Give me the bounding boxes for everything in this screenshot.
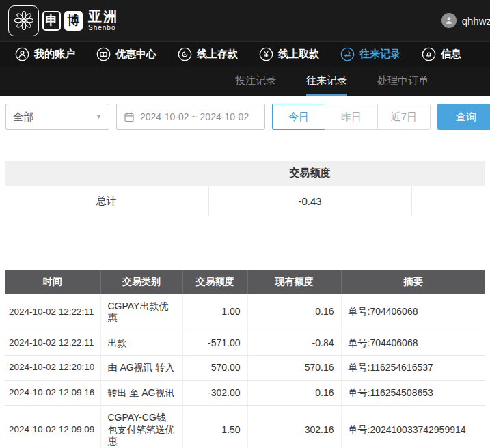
quick-range-group: 今日 昨日 近7日 (272, 104, 431, 130)
table-row: 2024-10-02 12:09:09CGPAY-CG钱包支付笔笔送优惠1.50… (5, 406, 485, 448)
nav-item-my-account[interactable]: 我的账户 (15, 47, 75, 61)
nav-item-deposit[interactable]: 线上存款 (178, 47, 238, 61)
table-cell: -302.00 (182, 380, 247, 406)
table-cell: 302.16 (247, 406, 341, 448)
withdraw-icon (259, 47, 273, 61)
record-tabs: 投注记录 往来记录 处理中订单 (0, 67, 490, 96)
col-header-summary: 摘要 (341, 270, 485, 294)
last7days-button[interactable]: 近7日 (377, 104, 431, 130)
table-cell: 单号:704406068 (341, 294, 485, 331)
table-cell: 570.16 (247, 356, 341, 381)
nav-item-label: 优惠中心 (115, 48, 156, 61)
lotus-logo-icon (8, 5, 39, 36)
table-row: 2024-10-02 12:09:16转出 至 AG视讯-302.000.16单… (5, 380, 485, 406)
user-icon (15, 47, 29, 61)
logo-char-bo: 博 (64, 11, 83, 31)
table-cell: 570.00 (182, 356, 247, 381)
brand-logo[interactable]: 申 博 亚洲 Shenbo (8, 5, 118, 36)
table-cell: 2024-10-02 12:22:11 (5, 331, 100, 356)
table-cell: 单号:202410033742959914 (341, 406, 485, 448)
table-cell: 单号:704406068 (341, 331, 485, 356)
coupon-icon (96, 47, 111, 61)
transactions-tbody: 2024-10-02 12:22:11CGPAY出款优惠1.000.16单号:7… (5, 294, 485, 448)
tab-transaction-records[interactable]: 往来记录 (306, 67, 347, 96)
main-nav: 我的账户 优惠中心 线上存款 线上取款 往来记录 (0, 41, 490, 67)
table-cell: 由 AG视讯 转入 (100, 356, 182, 381)
summary-empty-cell (411, 186, 485, 216)
table-header-row: 时间 交易类别 交易额度 现有额度 摘要 (5, 270, 485, 294)
summary-total-label: 总计 (5, 186, 208, 216)
bell-icon (422, 47, 436, 61)
logo-char-shen: 申 (42, 11, 61, 31)
nav-item-withdraw[interactable]: 线上取款 (259, 47, 319, 61)
tab-betting-records[interactable]: 投注记录 (235, 67, 276, 96)
brand-region: 亚洲 (88, 10, 118, 23)
deposit-icon (178, 47, 192, 61)
table-cell: 2024-10-02 12:09:09 (5, 406, 100, 448)
date-range-picker[interactable]: 2024-10-02 ~ 2024-10-02 (116, 104, 265, 130)
table-row: 2024-10-02 12:22:11出款-571.00-0.84单号:7044… (5, 331, 485, 356)
today-button[interactable]: 今日 (272, 104, 325, 130)
table-cell: 1.50 (182, 406, 247, 448)
calendar-icon (124, 111, 135, 122)
summary-header-amount: 交易额度 (208, 161, 411, 186)
table-cell: 2024-10-02 12:20:10 (5, 356, 100, 381)
top-header: 申 博 亚洲 Shenbo qhhwz (0, 0, 490, 41)
nav-item-promotions[interactable]: 优惠中心 (96, 47, 156, 61)
col-header-amount: 交易额度 (182, 270, 247, 294)
tab-processing-orders[interactable]: 处理中订单 (377, 67, 428, 96)
nav-item-transaction-records[interactable]: 往来记录 (340, 47, 400, 61)
nav-item-messages[interactable]: 信息 (422, 47, 461, 61)
user-account[interactable]: qhhwz (441, 13, 490, 28)
table-cell: 0.16 (247, 380, 341, 406)
table-cell: 转出 至 AG视讯 (100, 380, 182, 406)
table-cell: CGPAY-CG钱包支付笔笔送优惠 (100, 406, 182, 448)
brand-subtitle: Shenbo (88, 25, 118, 31)
query-button[interactable]: 查询 (437, 104, 490, 130)
summary-header-row: 交易额度 (5, 161, 485, 186)
table-cell: 出款 (100, 331, 182, 356)
nav-item-label: 信息 (441, 48, 461, 61)
brand-region-block: 亚洲 Shenbo (88, 10, 118, 31)
table-row: 2024-10-02 12:20:10由 AG视讯 转入570.00570.16… (5, 356, 485, 381)
username: qhhwz (462, 15, 490, 27)
table-cell: CGPAY出款优惠 (100, 294, 182, 331)
type-select-value: 全部 (13, 111, 33, 124)
table-cell: 单号:116254508653 (341, 380, 485, 406)
table-cell: -571.00 (182, 331, 247, 356)
table-cell: -0.84 (247, 331, 341, 356)
table-cell: 1.00 (182, 294, 247, 331)
summary-table: 交易额度 总计 -0.43 (5, 161, 485, 216)
chevron-down-icon: ▼ (96, 113, 102, 120)
col-header-time: 时间 (5, 270, 100, 294)
table-cell: 2024-10-02 12:22:11 (5, 294, 100, 331)
summary-header-empty (5, 161, 208, 186)
filter-bar: 全部 ▼ 2024-10-02 ~ 2024-10-02 今日 昨日 近7日 查… (0, 96, 490, 138)
summary-header-empty2 (411, 161, 485, 186)
nav-item-label: 我的账户 (34, 48, 75, 61)
records-icon (340, 47, 355, 61)
table-cell: 2024-10-02 12:09:16 (5, 380, 100, 406)
col-header-balance: 现有额度 (247, 270, 341, 294)
table-cell: 0.16 (247, 294, 341, 331)
col-header-type: 交易类别 (100, 270, 182, 294)
nav-item-label: 线上取款 (278, 48, 319, 61)
user-avatar-icon (441, 13, 457, 28)
summary-row: 总计 -0.43 (5, 186, 485, 216)
transactions-table: 时间 交易类别 交易额度 现有额度 摘要 2024-10-02 12:22:11… (5, 270, 485, 448)
table-row: 2024-10-02 12:22:11CGPAY出款优惠1.000.16单号:7… (5, 294, 485, 331)
date-range-value: 2024-10-02 ~ 2024-10-02 (140, 111, 249, 122)
table-cell: 单号:116254616537 (341, 356, 485, 381)
nav-item-label: 线上存款 (197, 48, 238, 61)
summary-total-value: -0.43 (208, 186, 411, 216)
type-select[interactable]: 全部 ▼ (5, 104, 109, 130)
nav-item-label: 往来记录 (359, 48, 400, 61)
yesterday-button[interactable]: 昨日 (325, 104, 378, 130)
